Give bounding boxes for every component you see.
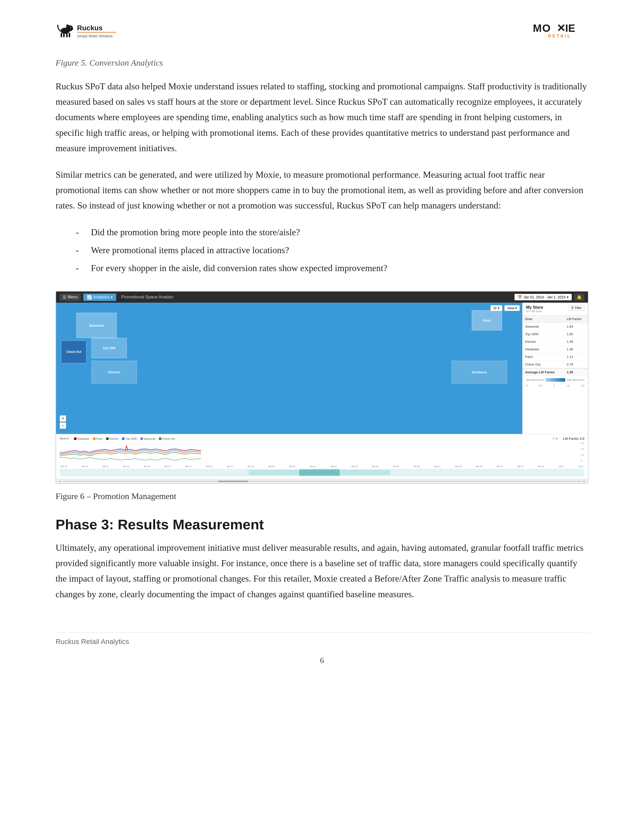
- line-chart-wrapper: 2.0 1.5 1.0 0: [60, 442, 584, 465]
- table-row: Top 1000 1.60: [523, 330, 588, 338]
- movement-scale: Slow Movement High Movement: [523, 376, 588, 384]
- svg-text:Ruckus: Ruckus: [77, 24, 103, 32]
- section-heading: Phase 3: Results Measurement: [56, 516, 588, 532]
- menu-label: Menu: [68, 295, 78, 299]
- table-row: Paint 1.13: [523, 353, 588, 361]
- table-row: Hardware 1.46: [523, 346, 588, 353]
- bullet-item-2: Were promotional items placed in attract…: [76, 243, 588, 258]
- svg-text:MO: MO: [533, 22, 551, 34]
- slow-movement-label: Slow Movement: [526, 379, 544, 381]
- paragraph3: Ultimately, any operational improvement …: [56, 540, 588, 602]
- filter-label: Filter: [575, 306, 581, 310]
- ruckus-logo: Ruckus Simply Better Wireless.: [56, 20, 126, 43]
- zone-hardware: Hardware: [452, 361, 507, 383]
- zone-checkout: Check Out: [61, 341, 86, 363]
- bar-chart-svg: [60, 469, 584, 476]
- zoom-controls: + −: [60, 415, 66, 429]
- svg-text:RETAIL: RETAIL: [548, 34, 572, 38]
- app-ui: ☰ Menu 📈 Analytics ▾ Promotional Space A…: [56, 291, 588, 483]
- high-movement-label: High Movement: [567, 379, 584, 381]
- week-legend-label: Week ▾: [60, 437, 69, 440]
- menu-button[interactable]: ☰ Menu: [60, 294, 81, 301]
- checkout-legend-dot: [159, 437, 161, 440]
- floor-map-panel: 1F ▾ View ▾ Seasonal Paint Check Out: [56, 303, 522, 434]
- svg-point-8: [71, 27, 71, 28]
- week-labels: Wk 29 Wk 30 Wk 31 Wk 32 Wk 33 Wk 34 Wk 3…: [60, 465, 584, 468]
- svg-rect-3: [66, 33, 68, 37]
- scroll-left-icon: ◀: [59, 480, 61, 482]
- page-number: 6: [56, 656, 588, 665]
- notification-button[interactable]: 🔔: [574, 294, 584, 301]
- legend-kitchen: Kitchen: [106, 437, 119, 440]
- app-content: 1F ▾ View ▾ Seasonal Paint Check Out: [56, 303, 588, 434]
- svg-text:✕: ✕: [557, 22, 565, 34]
- chevron-down-icon: ▾: [111, 295, 113, 300]
- top1000-legend-dot: [122, 437, 124, 440]
- svg-rect-2: [63, 33, 64, 37]
- view-button[interactable]: View ▾: [504, 305, 520, 311]
- chart-area: Week ▾ Hardware Paint Kitchen Top 1000: [56, 434, 588, 479]
- page-subtitle: Promotional Space Analytic: [121, 294, 174, 300]
- app-topbar: ☰ Menu 📈 Analytics ▾ Promotional Space A…: [56, 291, 588, 303]
- average-row: Average Lift Factor 1.35: [523, 368, 588, 376]
- topbar-right: 📅 Jan 01, 2014 - Jan 1, 2015 ▾ 🔔: [514, 294, 584, 301]
- chart-legend: Week ▾ Hardware Paint Kitchen Top 1000: [60, 437, 584, 441]
- filter-button[interactable]: ☰ Filter: [568, 305, 584, 311]
- view-label: View: [507, 306, 514, 310]
- bullet-list: Did the promotion bring more people into…: [76, 225, 588, 276]
- zoom-out-button[interactable]: −: [60, 422, 66, 429]
- scroll-right-icon: ▶: [583, 480, 585, 482]
- legend-hardware: Hardware: [74, 437, 89, 440]
- legend-paint: Paint: [93, 437, 103, 440]
- hardware-legend-dot: [74, 437, 77, 440]
- line-chart-svg: [60, 442, 206, 463]
- floor-label: 1F: [493, 306, 497, 310]
- paragraph1: Ruckus SPoT data also helped Moxie under…: [56, 79, 588, 156]
- zone-header: Zone: [523, 315, 564, 323]
- store-name: My Store: [526, 305, 543, 310]
- chart-expand-icon: ⬡ ⊞: [552, 437, 558, 440]
- chevron-down-icon: ▾: [567, 295, 568, 299]
- zoom-in-button[interactable]: +: [60, 415, 66, 422]
- table-row: Seasonal 1.64: [523, 323, 588, 330]
- paint-legend-dot: [93, 437, 95, 440]
- hamburger-icon: ☰: [63, 295, 66, 300]
- filter-icon: ☰: [571, 306, 574, 310]
- ruckus-logo-svg: Ruckus Simply Better Wireless.: [56, 20, 126, 43]
- moxie-logo: MO ✕ IE RETAIL: [533, 20, 588, 40]
- footer-text: Ruckus Retail Analytics: [56, 638, 129, 646]
- page-header: Ruckus Simply Better Wireless. MO ✕ IE R…: [56, 20, 588, 43]
- kitchen-legend-dot: [106, 437, 109, 440]
- topbar-left: ☰ Menu 📈 Analytics ▾ Promotional Space A…: [60, 294, 174, 301]
- svg-rect-22: [299, 469, 340, 476]
- calendar-icon: 📅: [518, 295, 522, 299]
- date-range-button[interactable]: 📅 Jan 01, 2014 - Jan 1, 2015 ▾: [514, 294, 572, 301]
- page-footer: Ruckus Retail Analytics: [56, 632, 588, 646]
- bullet-item-3: For every shopper in the aisle, did conv…: [76, 261, 588, 276]
- bell-icon: 🔔: [577, 295, 582, 299]
- scale-numbers: 0 0.5 1 1.5 2.0: [523, 384, 588, 388]
- lift-factor-chart-label: Lift Factor 2.0: [563, 437, 584, 441]
- svg-text:IE: IE: [565, 22, 575, 34]
- lift-bar: [546, 378, 565, 382]
- scroll-thumb[interactable]: [218, 481, 248, 482]
- date-range-value: Jan 01, 2014 - Jan 1, 2015: [523, 295, 565, 299]
- zone-top1000: Top 1000: [92, 338, 127, 358]
- paragraph2: Similar metrics can be generated, and we…: [56, 167, 588, 214]
- figure5-caption: Figure 5. Conversion Analytics: [56, 58, 588, 68]
- zone-seasonal: Seasonal: [76, 313, 117, 338]
- lift-factor-table: Zone Lift Factor Seasonal 1.64 Top 1000 …: [523, 315, 588, 376]
- bottom-bar-chart: [60, 469, 584, 476]
- chart-icon: 📈: [87, 295, 92, 300]
- app-screenshot: ☰ Menu 📈 Analytics ▾ Promotional Space A…: [56, 291, 588, 484]
- legend-seasonal: Seasonal: [140, 437, 155, 440]
- horizontal-scrollbar[interactable]: ◀ ▶: [56, 479, 588, 483]
- figure6-label: Figure 6 – Promotion Management: [56, 492, 588, 501]
- zone-kitchen: Kitchen: [92, 361, 137, 383]
- table-row: Check Out 0.78: [523, 361, 588, 368]
- svg-point-9: [72, 29, 73, 29]
- analytics-button[interactable]: 📈 Analytics ▾: [83, 294, 116, 301]
- seasonal-legend-dot: [140, 437, 143, 440]
- scroll-track[interactable]: [62, 481, 582, 482]
- store-subtitle: 1F • All Zone: [526, 310, 543, 313]
